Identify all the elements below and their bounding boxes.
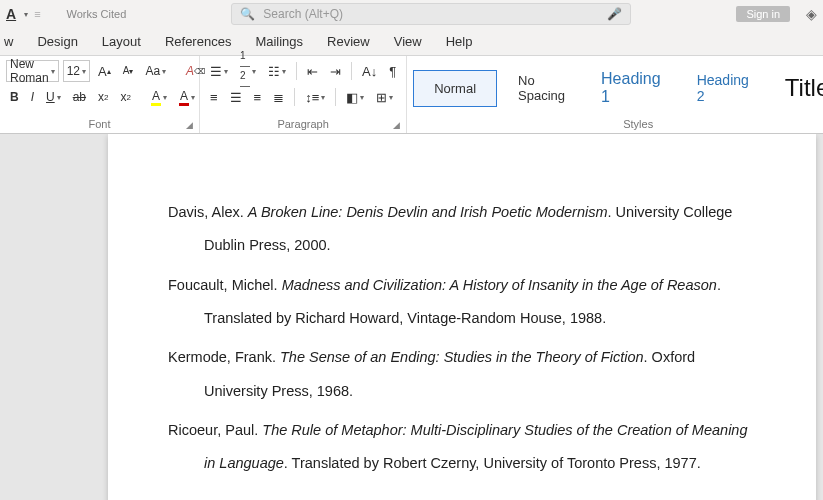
styles-gallery[interactable]: NormalNo SpacingHeading 1Heading 2Title▾ <box>413 60 823 116</box>
chevron-down-icon: ▾ <box>162 67 166 76</box>
align-left-button[interactable]: ≡ <box>206 86 222 108</box>
entry-author: Davis, Alex. <box>168 204 248 220</box>
grow-font-icon: A <box>98 65 107 78</box>
bullets-button[interactable]: ☰▾ <box>206 60 232 82</box>
bibliography-entry[interactable]: Ricoeur, Paul. The Rule of Metaphor: Mul… <box>168 414 756 481</box>
chevron-down-icon: ▾ <box>360 93 364 102</box>
sort-button[interactable]: A↓ <box>358 60 381 82</box>
change-case-button[interactable]: Aa▾ <box>141 60 170 82</box>
entry-title: A Broken Line: Denis Devlin and Irish Po… <box>248 204 608 220</box>
line-spacing-icon: ↕≡ <box>305 91 319 104</box>
tab-references[interactable]: References <box>163 30 233 53</box>
bibliography-entry[interactable]: Kermode, Frank. The Sense of an Ending: … <box>168 341 756 408</box>
bibliography-entry[interactable]: Foucault, Michel. Madness and Civilizati… <box>168 269 756 336</box>
sign-in-button[interactable]: Sign in <box>736 6 790 22</box>
show-marks-button[interactable]: ¶ <box>385 60 400 82</box>
style-no-spacing[interactable]: No Spacing <box>503 66 580 110</box>
text-highlight-button[interactable]: A▾ <box>147 86 171 108</box>
search-icon: 🔍 <box>240 7 255 21</box>
increase-indent-button[interactable]: ⇥ <box>326 60 345 82</box>
chevron-down-icon: ▾ <box>321 93 325 102</box>
dialog-launcher-icon[interactable]: ◢ <box>186 120 193 130</box>
align-left-icon: ≡ <box>210 91 218 104</box>
document-page[interactable]: Davis, Alex. A Broken Line: Denis Devlin… <box>108 134 816 500</box>
grow-font-button[interactable]: A▴ <box>94 60 115 82</box>
qat-overflow-icon[interactable]: ≡ <box>34 8 40 20</box>
change-case-icon: Aa <box>145 64 160 78</box>
highlight-icon: A <box>151 89 161 106</box>
diamond-icon[interactable]: ◈ <box>806 6 817 22</box>
tab-view[interactable]: View <box>392 30 424 53</box>
tab-w[interactable]: w <box>2 30 15 53</box>
bold-button[interactable]: B <box>6 86 23 108</box>
subscript-button[interactable]: x2 <box>94 86 112 108</box>
align-center-button[interactable]: ☰ <box>226 86 246 108</box>
clear-formatting-icon: A <box>186 64 194 78</box>
search-input[interactable]: 🔍 Search (Alt+Q) 🎤 <box>231 3 631 25</box>
shading-icon: ◧ <box>346 91 358 104</box>
font-size-combo[interactable]: 12▾ <box>63 60 90 82</box>
indent-icon: ⇥ <box>330 65 341 78</box>
style-normal[interactable]: Normal <box>413 70 497 107</box>
font-name-combo[interactable]: New Roman▾ <box>6 60 59 82</box>
bold-icon: B <box>10 90 19 104</box>
group-label-font: Font◢ <box>6 116 193 132</box>
group-font: New Roman▾ 12▾ A▴ A▾ Aa▾ A⌫ B I U▾ ab x2… <box>0 56 200 133</box>
chevron-down-icon: ▾ <box>252 67 256 76</box>
align-right-button[interactable]: ≡ <box>250 86 266 108</box>
group-label-styles: Styles◢ <box>413 116 823 132</box>
font-name-value: New Roman <box>10 57 49 85</box>
ribbon: New Roman▾ 12▾ A▴ A▾ Aa▾ A⌫ B I U▾ ab x2… <box>0 56 823 134</box>
font-color-icon: A <box>179 89 189 106</box>
document-title: Works Cited <box>67 8 127 20</box>
justify-icon: ≣ <box>273 91 284 104</box>
outdent-icon: ⇤ <box>307 65 318 78</box>
tab-mailings[interactable]: Mailings <box>253 30 305 53</box>
style-heading-1[interactable]: Heading 1 <box>586 63 676 113</box>
shrink-font-button[interactable]: A▾ <box>119 60 138 82</box>
italic-button[interactable]: I <box>27 86 38 108</box>
tab-layout[interactable]: Layout <box>100 30 143 53</box>
borders-icon: ⊞ <box>376 91 387 104</box>
numbering-button[interactable]: 1—2—▾ <box>236 60 260 82</box>
multilevel-button[interactable]: ☷▾ <box>264 60 290 82</box>
dialog-launcher-icon[interactable]: ◢ <box>393 120 400 130</box>
bibliography-entry[interactable]: Davis, Alex. A Broken Line: Denis Devlin… <box>168 196 756 263</box>
font-color-icon[interactable]: A <box>6 6 16 22</box>
tab-review[interactable]: Review <box>325 30 372 53</box>
style-heading-2[interactable]: Heading 2 <box>682 65 764 111</box>
document-canvas[interactable]: Davis, Alex. A Broken Line: Denis Devlin… <box>0 134 823 500</box>
entry-rest: . Translated by Robert Czerny, Universit… <box>284 455 701 471</box>
chevron-down-icon: ▾ <box>191 93 195 102</box>
chevron-down-icon: ▾ <box>163 93 167 102</box>
strike-button[interactable]: ab <box>69 86 90 108</box>
chevron-down-icon[interactable]: ▾ <box>24 10 28 19</box>
line-spacing-button[interactable]: ↕≡▾ <box>301 86 329 108</box>
chevron-down-icon: ▾ <box>51 67 55 76</box>
tab-help[interactable]: Help <box>444 30 475 53</box>
underline-button[interactable]: U▾ <box>42 86 65 108</box>
pilcrow-icon: ¶ <box>389 65 396 78</box>
entry-author: Ricoeur, Paul. <box>168 422 262 438</box>
entry-author: Kermode, Frank. <box>168 349 280 365</box>
chevron-down-icon: ▾ <box>224 67 228 76</box>
chevron-down-icon: ▾ <box>282 67 286 76</box>
align-center-icon: ☰ <box>230 91 242 104</box>
group-styles: NormalNo SpacingHeading 1Heading 2Title▾… <box>407 56 823 133</box>
style-title[interactable]: Title <box>770 67 823 109</box>
underline-icon: U <box>46 90 55 104</box>
chevron-down-icon: ▾ <box>82 67 86 76</box>
superscript-button[interactable]: x2 <box>117 86 135 108</box>
decrease-indent-button[interactable]: ⇤ <box>303 60 322 82</box>
search-placeholder: Search (Alt+Q) <box>263 7 343 21</box>
strike-icon: ab <box>73 90 86 104</box>
font-color-button[interactable]: A▾ <box>175 86 199 108</box>
mic-icon[interactable]: 🎤 <box>607 7 622 21</box>
italic-icon: I <box>31 90 34 104</box>
borders-button[interactable]: ⊞▾ <box>372 86 397 108</box>
shading-button[interactable]: ◧▾ <box>342 86 368 108</box>
justify-button[interactable]: ≣ <box>269 86 288 108</box>
multilevel-icon: ☷ <box>268 65 280 78</box>
align-right-icon: ≡ <box>254 91 262 104</box>
tab-design[interactable]: Design <box>35 30 79 53</box>
